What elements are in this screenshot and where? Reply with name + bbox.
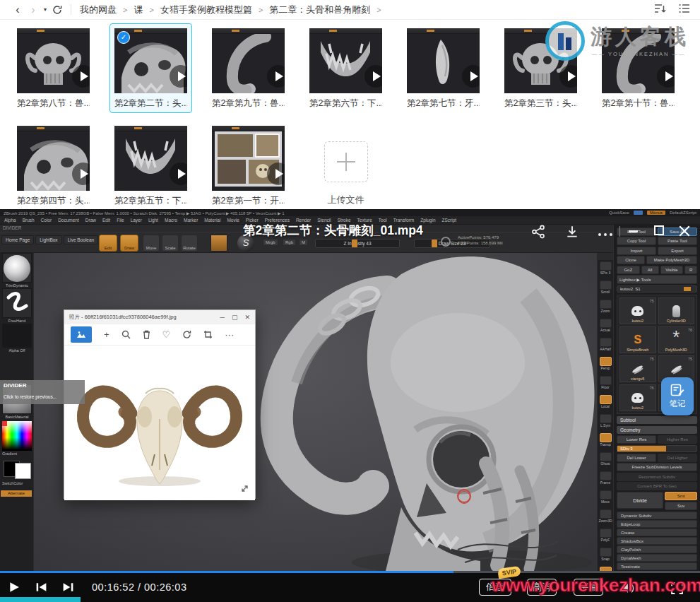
minimize-player-icon[interactable] <box>629 230 638 232</box>
video-thumbnail[interactable]: ✓ <box>212 28 285 93</box>
tool-icon <box>672 305 680 317</box>
video-player[interactable]: ZBrush 2019 QS_235 • Free Mem: 17,238GB … <box>0 209 700 602</box>
file-card[interactable]: ✓ 第2章第九节：兽... <box>208 24 289 112</box>
photos-window: 照片 - 66ff216f61031dfcc937808046ae99f.jpg… <box>64 309 256 499</box>
file-name: 第2章第九节：兽... <box>212 98 285 110</box>
zbrush-scale-button: Scale <box>162 235 179 252</box>
browser-toolbar: ‹ › ▾ 我的网盘 > 课 > 女猎手案例教程模型篇 > 第二章：头骨和兽角雕… <box>0 0 700 20</box>
download-icon[interactable] <box>565 225 579 242</box>
video-thumbnail[interactable]: ✓ <box>212 126 285 191</box>
play-overlay-icon[interactable] <box>170 163 187 185</box>
goz-all-button: All <box>641 266 659 274</box>
more-options-icon[interactable] <box>598 228 613 240</box>
tool-tile: 76 kutou2 <box>619 384 656 411</box>
play-overlay-icon[interactable] <box>364 65 382 88</box>
goz-button: GoZ <box>617 266 640 274</box>
tool-icon <box>672 334 680 346</box>
forward-icon[interactable]: › <box>25 1 41 19</box>
file-card[interactable]: ✓ 第2章第一节：开... <box>208 122 289 210</box>
zbrush-rotate-button: Rotate <box>181 235 198 252</box>
selected-check-icon[interactable]: ✓ <box>117 31 130 44</box>
import-button: Import <box>617 247 656 255</box>
photos-zoom-icon <box>121 330 131 339</box>
zbrush-brush-slot: TrimDynamic <box>2 253 32 288</box>
file-card[interactable]: ✓ 第2章第六节：下... <box>305 24 386 112</box>
tool-tile: Cylinder3D <box>658 297 695 324</box>
previous-video-button[interactable] <box>35 582 47 596</box>
file-name: 第2章第三节：头... <box>504 98 577 110</box>
view-toggle-icon[interactable] <box>679 4 690 16</box>
zbrush-move-button: Move <box>143 235 160 252</box>
breadcrumb-item[interactable]: 课 <box>134 4 143 16</box>
brush-thumbnail <box>4 255 30 282</box>
video-thumbnail[interactable]: ✓ <box>309 28 382 93</box>
zbrush-shelf-button: Scroll <box>598 281 613 298</box>
file-card[interactable]: ✓ 第2章第十节：兽... <box>598 24 679 112</box>
breadcrumb-item[interactable]: 女猎手案例教程模型篇 <box>160 4 252 16</box>
file-card[interactable]: ✓ 第2章第五节：下... <box>110 122 191 210</box>
breadcrumb-item[interactable]: 我的网盘 <box>80 4 117 16</box>
zbrush-rgb-toggle: Rgb <box>283 239 296 246</box>
video-thumbnail[interactable]: ✓ <box>114 126 187 191</box>
history-dropdown-icon[interactable]: ▾ <box>41 1 49 19</box>
file-card[interactable]: ✓ 第2章第八节：兽... <box>13 24 94 112</box>
next-video-button[interactable] <box>62 582 74 596</box>
video-thumbnail[interactable]: ✓ <box>17 28 90 93</box>
tool-tile: 75 kutou2 <box>619 297 656 324</box>
video-thumbnail[interactable]: ✓ <box>504 28 577 93</box>
maximize-player-icon[interactable] <box>654 225 664 235</box>
thumbnail-toolbar-accent <box>37 127 45 129</box>
tool-tile: 75 xiangu5 <box>619 355 656 382</box>
zbrush-alpha-slot: Alpha Off <box>2 324 32 353</box>
file-card[interactable]: ✓ 第2章第四节：头... <box>13 122 94 210</box>
active-tool-slider: kutou2. S1 <box>617 285 697 293</box>
file-card[interactable]: ✓ 第2章第三节：头... <box>500 24 581 112</box>
goz-r-button: R <box>684 266 697 274</box>
geometry-header: Geometry <box>617 426 697 434</box>
zbrush-menus-label: Menus <box>647 211 665 215</box>
close-player-icon[interactable] <box>678 225 691 240</box>
play-overlay-icon[interactable] <box>657 65 675 88</box>
video-thumbnail[interactable]: ✓ <box>17 126 90 191</box>
play-overlay-icon[interactable] <box>72 65 90 88</box>
refresh-icon[interactable] <box>49 1 65 19</box>
sculpt-cursor-ring <box>458 491 470 504</box>
zbrush-shelf-button: Zoom <box>598 300 613 317</box>
back-icon[interactable]: ‹ <box>10 1 25 19</box>
zbrush-homepage-tab: Home Page <box>1 235 34 244</box>
photos-title: 照片 - 66ff216f61031dfcc937808046ae99f.jpg <box>69 314 177 321</box>
play-overlay-icon[interactable] <box>267 65 285 88</box>
file-card[interactable]: ✓ 第2章第二节：头... <box>110 24 191 112</box>
play-overlay-icon[interactable] <box>462 65 480 88</box>
play-overlay-icon[interactable] <box>72 163 90 185</box>
zbrush-quicksave-label: QuickSave <box>609 211 629 215</box>
share-icon[interactable] <box>531 225 545 242</box>
play-overlay-icon[interactable] <box>267 163 285 185</box>
play-overlay-icon[interactable] <box>559 65 577 88</box>
zbrush-menu-item: Marker <box>184 218 198 223</box>
zbrush-menu-item: Draw <box>85 218 96 223</box>
play-button[interactable] <box>8 581 20 596</box>
video-thumbnail[interactable]: ✓ <box>114 28 187 93</box>
zbrush-tooltip: DIVIDER Click to restore previous... <box>0 380 85 404</box>
reconstruct-subdiv-button: Reconstruct Subdiv <box>617 473 697 481</box>
zbrush-blue-chip <box>634 211 643 215</box>
zbrush-titlebar-stats: ZBrush 2019 QS_235 • Free Mem: 17,238GB … <box>4 211 285 216</box>
sort-icon[interactable] <box>653 4 666 16</box>
thumbnail-toolbar-accent <box>622 30 629 32</box>
zbrush-shelf-button: Move <box>598 490 613 508</box>
upload-file-button[interactable]: 上传文件 <box>305 122 386 210</box>
photos-image-area <box>64 348 255 500</box>
geometry-subpalette-row: ClayPolish <box>617 545 697 553</box>
note-button[interactable]: 笔记 <box>661 377 694 415</box>
file-name: 第2章第十节：兽... <box>602 98 675 110</box>
video-thumbnail[interactable]: ✓ <box>602 28 675 93</box>
upload-plus-icon[interactable] <box>324 141 368 182</box>
video-thumbnail[interactable]: ✓ <box>407 28 480 93</box>
zbrush-point-counts: ActivePoints: 576,479 TotalPoints: 158,6… <box>458 235 503 246</box>
file-card[interactable]: ✓ 第2章第七节：牙... <box>403 24 484 112</box>
breadcrumb-item[interactable]: 第二章：头骨和兽角雕刻 <box>269 4 370 16</box>
zbrush-shelf-button: Actual <box>598 319 613 336</box>
screen: ‹ › ▾ 我的网盘 > 课 > 女猎手案例教程模型篇 > 第二章：头骨和兽角雕… <box>0 0 700 602</box>
play-overlay-icon[interactable] <box>170 65 187 88</box>
